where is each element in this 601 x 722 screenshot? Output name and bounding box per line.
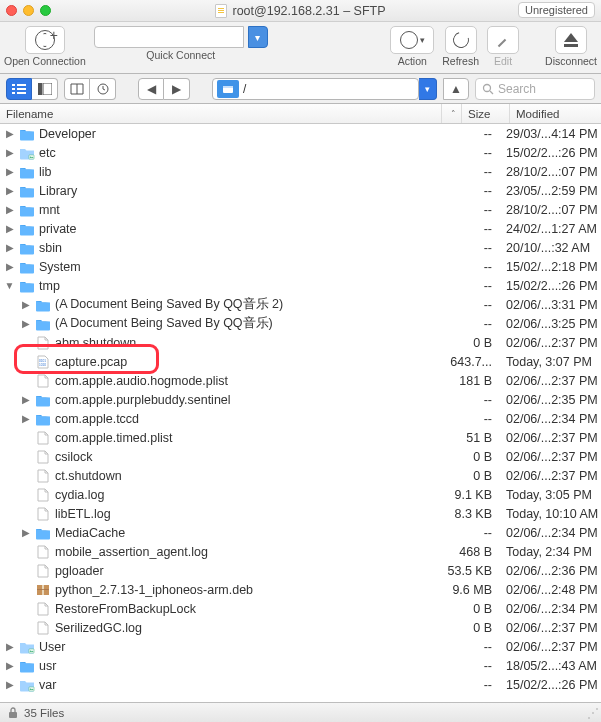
- file-row[interactable]: ▶ User -- 02/06/...2:37 PM: [0, 637, 601, 656]
- file-size: --: [442, 222, 502, 236]
- file-row[interactable]: com.apple.timed.plist 51 B 02/06/...2:37…: [0, 428, 601, 447]
- history-button[interactable]: [90, 78, 116, 100]
- file-row[interactable]: ▶ (A Document Being Saved By QQ音乐) -- 02…: [0, 314, 601, 333]
- file-row[interactable]: cydia.log 9.1 KB Today, 3:05 PM: [0, 485, 601, 504]
- column-size[interactable]: Size: [462, 104, 510, 123]
- file-row[interactable]: ▶ lib -- 28/10/2...:07 PM: [0, 162, 601, 181]
- file-row[interactable]: ▼ tmp -- 15/02/2...:26 PM: [0, 276, 601, 295]
- title-bar: root@192.168.2.31 – SFTP Unregistered: [0, 0, 601, 22]
- file-row[interactable]: com.apple.audio.hogmode.plist 181 B 02/0…: [0, 371, 601, 390]
- disclosure-triangle[interactable]: ▶: [4, 641, 15, 652]
- quick-connect-field[interactable]: [94, 26, 244, 48]
- disclosure-triangle[interactable]: ▶: [4, 261, 15, 272]
- quick-connect-dropdown[interactable]: ▾: [248, 26, 268, 48]
- column-sort-indicator[interactable]: ˄: [442, 104, 462, 123]
- file-size: --: [442, 146, 502, 160]
- file-date: 02/06/...2:34 PM: [502, 526, 601, 540]
- file-row[interactable]: ▶ Library -- 23/05/...2:59 PM: [0, 181, 601, 200]
- disclosure-triangle[interactable]: ▶: [20, 527, 31, 538]
- file-name: csilock: [55, 450, 93, 464]
- disclosure-triangle[interactable]: ▶: [20, 394, 31, 405]
- disclosure-triangle[interactable]: ▼: [4, 280, 15, 291]
- close-window-button[interactable]: [6, 5, 17, 16]
- disclosure-triangle[interactable]: ▶: [4, 242, 15, 253]
- file-row[interactable]: ▶ (A Document Being Saved By QQ音乐 2) -- …: [0, 295, 601, 314]
- file-date: 15/02/2...:26 PM: [502, 146, 601, 160]
- column-modified[interactable]: Modified: [510, 104, 601, 123]
- file-icon: [35, 488, 51, 502]
- maximize-window-button[interactable]: [40, 5, 51, 16]
- file-name: tmp: [39, 279, 60, 293]
- svg-text:1010: 1010: [39, 363, 46, 367]
- file-row[interactable]: csilock 0 B 02/06/...2:37 PM: [0, 447, 601, 466]
- eject-icon: [564, 33, 578, 42]
- unregistered-button[interactable]: Unregistered: [518, 2, 595, 18]
- disclosure-triangle[interactable]: ▶: [4, 166, 15, 177]
- disconnect-button[interactable]: [555, 26, 587, 54]
- file-row[interactable]: ▶ etc -- 15/02/2...:26 PM: [0, 143, 601, 162]
- file-row[interactable]: python_2.7.13-1_iphoneos-arm.deb 9.6 MB …: [0, 580, 601, 599]
- path-dropdown[interactable]: ▾: [419, 78, 437, 100]
- file-row[interactable]: SerilizedGC.log 0 B 02/06/...2:37 PM: [0, 618, 601, 637]
- column-filename[interactable]: Filename: [0, 104, 442, 123]
- file-row[interactable]: 01011010 capture.pcap 643.7... Today, 3:…: [0, 352, 601, 371]
- file-row[interactable]: ▶ mnt -- 28/10/2...:07 PM: [0, 200, 601, 219]
- search-field[interactable]: Search: [475, 78, 595, 100]
- file-row[interactable]: ▶ MediaCache -- 02/06/...2:34 PM: [0, 523, 601, 542]
- file-row[interactable]: ▶ System -- 15/02/...2:18 PM: [0, 257, 601, 276]
- file-row[interactable]: pgloader 53.5 KB 02/06/...2:36 PM: [0, 561, 601, 580]
- file-row[interactable]: mobile_assertion_agent.log 468 B Today, …: [0, 542, 601, 561]
- disclosure-triangle[interactable]: ▶: [4, 128, 15, 139]
- nav-forward-button[interactable]: ▶: [164, 78, 190, 100]
- go-up-button[interactable]: ▲: [443, 78, 469, 100]
- path-field[interactable]: /: [212, 78, 419, 100]
- file-row[interactable]: abm.shutdown 0 B 02/06/...2:37 PM: [0, 333, 601, 352]
- file-row[interactable]: ▶ sbin -- 20/10/...:32 AM: [0, 238, 601, 257]
- disclosure-triangle[interactable]: ▶: [4, 147, 15, 158]
- file-name: pgloader: [55, 564, 104, 578]
- view-outline-button[interactable]: [32, 78, 58, 100]
- nav-back-button[interactable]: ◀: [138, 78, 164, 100]
- file-name: Library: [39, 184, 77, 198]
- file-row[interactable]: ▶ usr -- 18/05/2...:43 AM: [0, 656, 601, 675]
- action-button[interactable]: ▾: [390, 26, 434, 54]
- file-size: --: [442, 241, 502, 255]
- disclosure-triangle[interactable]: ▶: [4, 185, 15, 196]
- file-row[interactable]: libETL.log 8.3 KB Today, 10:10 AM: [0, 504, 601, 523]
- path-toolbar: ◀ ▶ / ▾ ▲ Search: [0, 74, 601, 104]
- file-date: 02/06/...2:37 PM: [502, 621, 601, 635]
- refresh-button[interactable]: [445, 26, 477, 54]
- disclosure-triangle[interactable]: ▶: [4, 679, 15, 690]
- open-connection-button[interactable]: +: [25, 26, 65, 54]
- bookmarks-button[interactable]: [64, 78, 90, 100]
- disclosure-triangle[interactable]: ▶: [20, 318, 31, 329]
- file-name: com.apple.audio.hogmode.plist: [55, 374, 228, 388]
- file-row[interactable]: ▶ com.apple.tccd -- 02/06/...2:34 PM: [0, 409, 601, 428]
- file-list[interactable]: ▶ Developer -- 29/03/...4:14 PM ▶ etc --…: [0, 124, 601, 702]
- folder-icon: [35, 412, 51, 426]
- disclosure-triangle[interactable]: ▶: [4, 660, 15, 671]
- chevron-up-icon: ˄: [451, 109, 456, 119]
- minimize-window-button[interactable]: [23, 5, 34, 16]
- file-row[interactable]: ▶ com.apple.purplebuddy.sentinel -- 02/0…: [0, 390, 601, 409]
- file-row[interactable]: RestoreFromBackupLock 0 B 02/06/...2:34 …: [0, 599, 601, 618]
- file-name: abm.shutdown: [55, 336, 136, 350]
- disclosure-triangle[interactable]: ▶: [20, 413, 31, 424]
- disclosure-triangle[interactable]: ▶: [4, 223, 15, 234]
- pencil-icon: [495, 32, 511, 48]
- file-date: 15/02/2...:26 PM: [502, 279, 601, 293]
- file-row[interactable]: ▶ private -- 24/02/...1:27 AM: [0, 219, 601, 238]
- edit-button[interactable]: [487, 26, 519, 54]
- bin-icon: 01011010: [35, 355, 51, 369]
- file-date: 02/06/...2:37 PM: [502, 431, 601, 445]
- file-row[interactable]: ▶ Developer -- 29/03/...4:14 PM: [0, 124, 601, 143]
- disclosure-triangle[interactable]: ▶: [20, 299, 31, 310]
- file-date: 02/06/...2:34 PM: [502, 412, 601, 426]
- disclosure-triangle[interactable]: ▶: [4, 204, 15, 215]
- svg-point-11: [484, 84, 491, 91]
- view-list-button[interactable]: [6, 78, 32, 100]
- file-row[interactable]: ▶ var -- 15/02/2...:26 PM: [0, 675, 601, 694]
- file-row[interactable]: ct.shutdown 0 B 02/06/...2:37 PM: [0, 466, 601, 485]
- file-size: 643.7...: [442, 355, 502, 369]
- svg-line-12: [490, 91, 493, 94]
